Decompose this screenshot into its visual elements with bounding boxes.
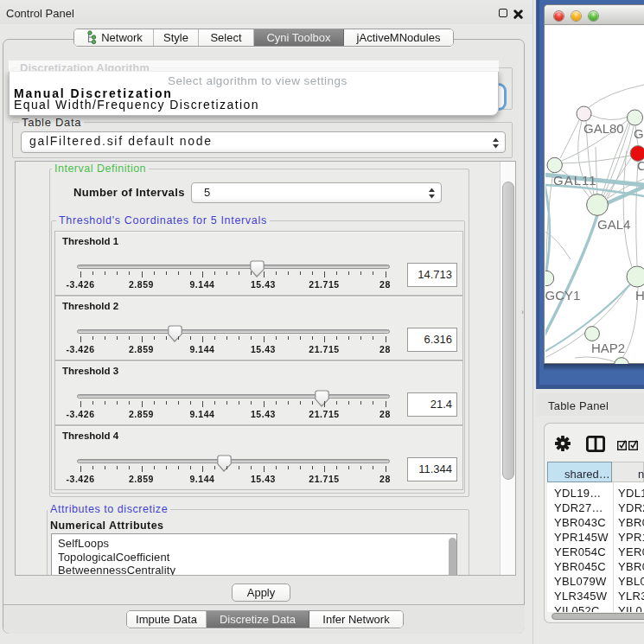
svg-text:GAL4: GAL4 (597, 217, 630, 232)
svg-text:H: H (635, 288, 644, 303)
svg-text:HAP2: HAP2 (591, 341, 625, 355)
svg-text:GAL11: GAL11 (553, 173, 597, 188)
svg-text:G.: G. (634, 126, 644, 141)
svg-text:C: C (637, 158, 644, 173)
svg-text:GAL80: GAL80 (583, 121, 624, 136)
svg-text:GCY1: GCY1 (545, 288, 580, 303)
